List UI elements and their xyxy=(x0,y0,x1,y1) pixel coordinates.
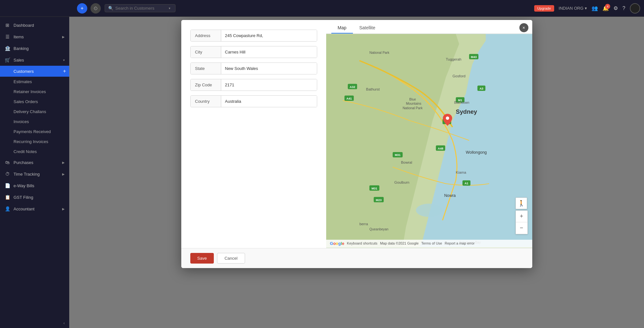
address-input[interactable] xyxy=(221,30,317,41)
accountant-label: Accountant xyxy=(14,207,59,211)
history-button[interactable]: ⏲ xyxy=(90,3,101,14)
terms-link[interactable]: Terms of Use xyxy=(421,241,442,245)
zoom-in-button[interactable]: + xyxy=(516,211,527,222)
org-name[interactable]: INDIAN ORG ▾ xyxy=(559,6,587,11)
state-input[interactable] xyxy=(221,63,317,74)
country-input[interactable] xyxy=(221,96,317,107)
help-icon[interactable]: ? xyxy=(622,5,625,11)
sidebar-item-gst-filing[interactable]: 📋 GST Filing xyxy=(0,191,69,203)
sales-orders-label: Sales Orders xyxy=(14,99,38,104)
svg-text:Tuggerah: Tuggerah xyxy=(446,57,461,61)
gst-filing-label: GST Filing xyxy=(14,195,65,200)
cancel-button[interactable]: Cancel xyxy=(217,253,245,264)
bank-icon: 🏦 xyxy=(5,46,10,51)
topbar-actions: + ⏲ xyxy=(77,3,101,14)
settings-icon[interactable]: ⚙ xyxy=(613,5,618,11)
eway-bills-label: e-Way Bills xyxy=(14,183,65,188)
sidebar-item-customers[interactable]: Customers + xyxy=(0,66,69,77)
accountant-icon: 👤 xyxy=(5,206,10,211)
address-modal: × Address City State Zip Code xyxy=(181,20,532,268)
svg-text:Bathurst: Bathurst xyxy=(366,87,380,91)
svg-text:National Park: National Park xyxy=(402,106,423,110)
svg-text:Sydney: Sydney xyxy=(456,108,477,115)
notifications-icon[interactable]: 🔔 4 xyxy=(602,5,609,11)
svg-text:A32: A32 xyxy=(350,85,355,89)
main-content: × Address City State Zip Code xyxy=(69,17,644,328)
sidebar-item-credit-notes[interactable]: Credit Notes xyxy=(0,147,69,157)
svg-text:National Park: National Park xyxy=(369,51,390,54)
sidebar-item-payments-received[interactable]: Payments Received xyxy=(0,127,69,137)
sidebar-item-sales-orders[interactable]: Sales Orders xyxy=(0,97,69,107)
svg-point-23 xyxy=(416,204,442,217)
save-button[interactable]: Save xyxy=(190,253,214,264)
payments-received-label: Payments Received xyxy=(14,129,51,134)
time-tracking-label: Time Tracking xyxy=(14,172,59,177)
sidebar-item-eway-bills[interactable]: 📄 e-Way Bills xyxy=(0,180,69,191)
map-svg: M1 M5 M31 A1 A32 xyxy=(326,34,532,247)
add-customer-icon[interactable]: + xyxy=(63,68,66,74)
city-input[interactable] xyxy=(221,46,317,58)
modal-close-button[interactable]: × xyxy=(519,23,528,32)
credit-notes-label: Credit Notes xyxy=(14,149,37,154)
add-button[interactable]: + xyxy=(77,3,87,14)
sidebar-item-dashboard[interactable]: ⊞ Dashboard xyxy=(0,19,69,31)
sidebar-item-recurring-invoices[interactable]: Recurring Invoices xyxy=(0,137,69,147)
keyboard-shortcuts-link[interactable]: Keyboard shortcuts xyxy=(347,241,377,245)
svg-text:M43: M43 xyxy=(471,55,477,59)
report-link[interactable]: Report a map error xyxy=(445,241,475,245)
sidebar-item-banking[interactable]: 🏦 Banking xyxy=(0,43,69,54)
zip-input[interactable] xyxy=(221,79,317,91)
user-avatar[interactable] xyxy=(630,3,640,14)
sidebar-item-invoices[interactable]: Invoices xyxy=(0,117,69,127)
sidebar: ZOHO Books ▾ ⊞ Dashboard ☰ Items ▶ 🏦 Ban… xyxy=(0,0,69,328)
sidebar-item-estimates[interactable]: Estimates xyxy=(0,77,69,87)
collapse-icon: ‹ xyxy=(63,321,65,325)
map-tabs: Map Satellite xyxy=(326,20,532,34)
city-row: City xyxy=(190,46,317,58)
svg-text:Queanbeyan: Queanbeyan xyxy=(369,227,388,231)
chevron-right-icon: ▶ xyxy=(62,172,65,176)
map-area[interactable]: M1 M5 M31 A1 A32 xyxy=(326,34,532,247)
purchases-label: Purchases xyxy=(14,160,59,165)
upgrade-button[interactable]: Upgrade xyxy=(534,5,554,12)
eway-icon: 📄 xyxy=(5,183,10,188)
chevron-right-icon: ▶ xyxy=(62,161,65,164)
search-dropdown-icon[interactable]: ▾ xyxy=(169,6,170,10)
sidebar-collapse-button[interactable]: ‹ xyxy=(0,318,69,328)
address-label: Address xyxy=(191,30,221,41)
svg-text:A1: A1 xyxy=(464,182,468,185)
purchases-icon: 🛍 xyxy=(5,160,10,165)
svg-text:Gosford: Gosford xyxy=(452,74,465,78)
sidebar-item-sales[interactable]: 🛒 Sales ▾ xyxy=(0,54,69,66)
users-icon[interactable]: 👥 xyxy=(592,5,598,11)
retainer-invoices-label: Retainer Invoices xyxy=(14,89,46,94)
map-tab-satellite[interactable]: Satellite xyxy=(353,23,382,34)
search-bar[interactable]: 🔍 ▾ xyxy=(105,4,175,12)
sidebar-item-delivery-challans[interactable]: Delivery Challans xyxy=(0,107,69,117)
grid-icon: ⊞ xyxy=(5,23,10,28)
svg-text:A3: A3 xyxy=(479,87,483,90)
map-data-label: Map data ©2021 Google xyxy=(380,241,419,245)
street-view-button[interactable]: 🚶 xyxy=(516,198,527,209)
invoices-label: Invoices xyxy=(14,119,29,124)
sidebar-item-label: Items xyxy=(14,34,59,39)
zip-row: Zip Code xyxy=(190,79,317,91)
zoom-controls: + − xyxy=(516,210,528,234)
list-icon: ☰ xyxy=(5,34,10,39)
address-form: Address City State Zip Code Country xyxy=(181,20,326,248)
sidebar-item-time-tracking[interactable]: ⏱ Time Tracking ▶ xyxy=(0,168,69,180)
sidebar-item-items[interactable]: ☰ Items ▶ xyxy=(0,31,69,43)
notification-badge: 4 xyxy=(605,4,610,9)
map-tab-map[interactable]: Map xyxy=(331,23,353,34)
topbar-right: Upgrade INDIAN ORG ▾ 👥 🔔 4 ⚙ ? xyxy=(534,3,640,14)
sidebar-item-label: Dashboard xyxy=(14,23,65,28)
zoom-out-button[interactable]: − xyxy=(516,222,527,234)
country-row: Country xyxy=(190,95,317,107)
sidebar-item-purchases[interactable]: 🛍 Purchases ▶ xyxy=(0,157,69,168)
svg-text:Mountains: Mountains xyxy=(406,102,421,105)
address-row: Address xyxy=(190,30,317,42)
search-input[interactable] xyxy=(115,6,167,11)
sidebar-item-accountant[interactable]: 👤 Accountant ▶ xyxy=(0,203,69,215)
state-row: State xyxy=(190,63,317,74)
sidebar-item-retainer-invoices[interactable]: Retainer Invoices xyxy=(0,87,69,97)
